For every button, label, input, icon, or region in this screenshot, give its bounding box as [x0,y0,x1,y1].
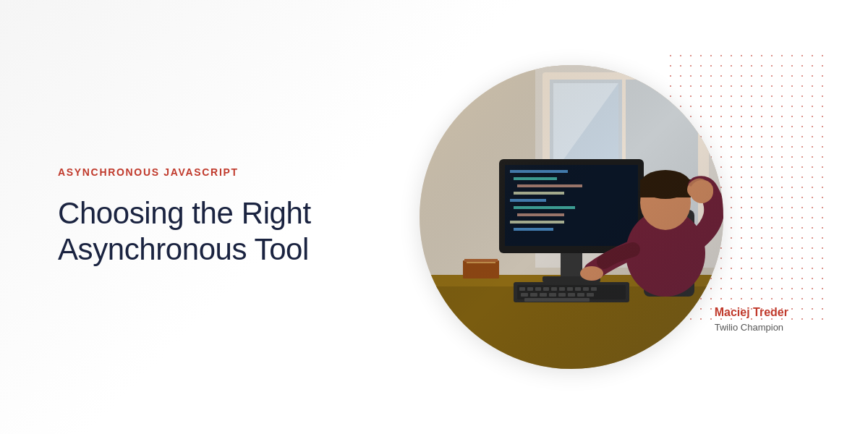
author-info: Maciej Treder Twilio Champion [715,306,788,333]
svg-rect-56 [420,65,723,369]
main-title: Choosing the Right Asynchronous Tool [58,195,362,268]
author-name: Maciej Treder [715,306,788,319]
page-container: Asynchronous JavaScript Choosing the Rig… [0,0,868,434]
category-label: Asynchronous JavaScript [58,166,362,178]
title-line2: Asynchronous Tool [58,232,309,266]
title-line1: Choosing the Right [58,196,311,230]
hero-image-circle [420,65,723,369]
right-content: Maciej Treder Twilio Champion [391,43,810,391]
left-content: Asynchronous JavaScript Choosing the Rig… [58,166,362,268]
author-title: Twilio Champion [715,322,788,333]
